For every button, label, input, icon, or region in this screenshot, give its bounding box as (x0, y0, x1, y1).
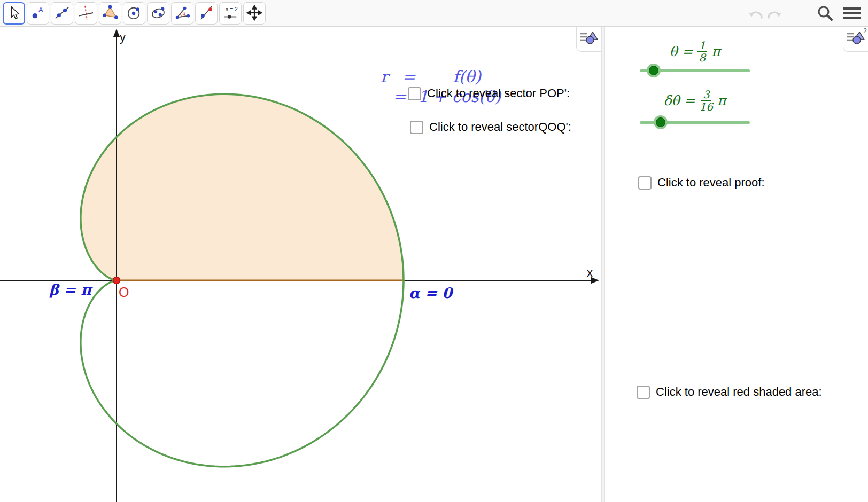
move-graphics-view-icon (246, 5, 262, 22)
search-button[interactable] (817, 5, 834, 23)
tool-reflect-button[interactable] (195, 2, 218, 25)
alpha-angle-label: α = 0 (409, 285, 452, 301)
point-icon: A (30, 5, 46, 22)
stylebar-icon (579, 31, 599, 47)
tool-circle-button[interactable] (123, 2, 145, 25)
undo-icon (747, 14, 764, 22)
y-axis-arrow-icon (113, 29, 120, 37)
red-area-checkbox[interactable] (637, 386, 650, 399)
tool-line-button[interactable] (51, 2, 73, 25)
angle-icon: α (174, 5, 190, 22)
proof-checkbox[interactable] (638, 176, 652, 190)
tool-slider-button[interactable]: a = 2 (219, 2, 242, 25)
equation-line-1: r=f(θ) (381, 68, 481, 85)
undo-button[interactable] (747, 6, 764, 22)
circle-with-center-icon (126, 5, 142, 22)
origin-point[interactable] (113, 277, 120, 284)
theta-slider-handle[interactable] (647, 64, 661, 77)
angle-tool-alpha-label: α (182, 10, 186, 15)
x-axis-label: x (587, 266, 593, 280)
hamburger-menu-icon (843, 13, 861, 21)
delta-theta-slider-handle[interactable] (654, 115, 668, 129)
tool-perpendicular-line-button[interactable] (75, 2, 97, 25)
red-area-checkbox-label[interactable]: Click to reveal red shaded area: (656, 385, 822, 399)
move-cursor-icon (6, 5, 22, 22)
tool-move-view-button[interactable] (243, 2, 266, 25)
tool-conic-button[interactable] (147, 2, 169, 25)
tool-polygon-button[interactable] (99, 2, 121, 25)
delta-theta-slider-label: δθ=316π (640, 89, 750, 113)
proof-checkbox-label[interactable]: Click to reveal proof: (657, 176, 765, 190)
redo-icon (766, 14, 783, 22)
tool-angle-button[interactable]: α (171, 2, 193, 25)
proof-checkbox-row: Click to reveal proof: (638, 176, 765, 190)
redo-button[interactable] (766, 6, 783, 22)
cardioid-fill-region (81, 94, 404, 280)
sector-pop-checkbox-label[interactable]: Click to reveal sector POP': (427, 87, 570, 100)
graphics-stylebar-button[interactable] (576, 27, 601, 52)
perpendicular-line-icon (78, 5, 94, 22)
graphics2-badge: 2 (863, 27, 867, 35)
view-splitter[interactable] (601, 27, 605, 502)
slider-tool-text: a = 2 (226, 6, 238, 12)
menu-button[interactable] (843, 7, 861, 21)
toolbar: A α a = 2 (0, 0, 868, 27)
sector-qoq-checkbox-label[interactable]: Click to reveal sectorQOQ': (429, 120, 571, 134)
sector-pop-checkbox-row: Click to reveal sector POP': (408, 87, 570, 100)
reflect-about-line-icon (198, 5, 214, 22)
polygon-icon (102, 5, 118, 22)
conic-through-points-icon (150, 5, 166, 22)
stylebar-icon (846, 31, 865, 47)
beta-angle-label: β = π (49, 281, 91, 298)
sector-qoq-checkbox-row: Click to reveal sectorQOQ': (410, 120, 571, 134)
point-tool-a-label: A (38, 6, 43, 14)
y-axis-label: y (120, 30, 126, 44)
search-icon (817, 15, 834, 23)
line-icon (54, 5, 70, 22)
graphics-view[interactable]: r=f(θ) =1 + cos(θ) Click to reveal secto… (0, 27, 601, 502)
slider-tool-icon: a = 2 (222, 5, 238, 22)
theta-slider-label: θ=18π (640, 40, 750, 64)
tool-point-button[interactable]: A (27, 2, 49, 25)
red-area-checkbox-row: Click to reveal red shaded area: (637, 385, 822, 399)
origin-label: O (119, 285, 129, 300)
sector-pop-checkbox[interactable] (408, 87, 421, 100)
tool-move-button[interactable] (3, 2, 25, 25)
sector-qoq-checkbox[interactable] (410, 121, 423, 134)
graphics2-stylebar-button[interactable]: 2 (843, 27, 868, 52)
